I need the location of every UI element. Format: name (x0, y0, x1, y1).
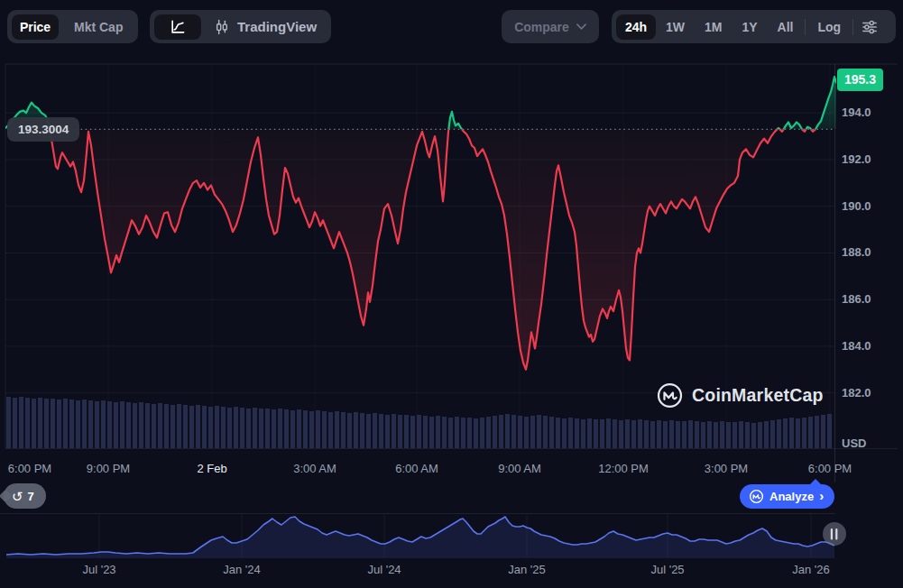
history-clock-icon: ↺ (12, 490, 23, 503)
chevron-right-icon: › (819, 488, 824, 503)
x-axis-label: 6:00 PM (808, 462, 852, 475)
y-axis-label: 194.0 (842, 106, 871, 119)
navigator-axis-label: Jan '26 (792, 563, 830, 576)
navigator-axis-label: Jul '24 (367, 563, 401, 576)
x-axis-label: 9:00 AM (498, 462, 541, 475)
y-axis-unit-label: USD (842, 436, 866, 450)
price-chart-page: Price Mkt Cap TradingView Compare 24h 1W (0, 0, 903, 588)
coinmarketcap-logo-icon (656, 381, 684, 409)
x-axis-label: 12:00 PM (598, 462, 649, 475)
analyze-label: Analyze (769, 490, 814, 503)
history-button[interactable]: ↺ 7 (4, 483, 46, 509)
navigator-axis-label: Jul '25 (650, 563, 684, 576)
y-axis-label: 184.0 (842, 339, 871, 353)
x-axis-label: 6:00 PM (8, 462, 51, 475)
current-price-badge: 195.3 (837, 69, 883, 91)
analyze-button[interactable]: Analyze › (740, 484, 834, 509)
y-axis-label: 192.0 (842, 152, 871, 166)
x-axis-label: 6:00 AM (395, 462, 438, 475)
watermark-text: CoinMarketCap (692, 385, 824, 406)
price-line (5, 77, 836, 370)
navigator-handle[interactable] (823, 522, 846, 546)
y-axis-label: 188.0 (842, 245, 871, 259)
coinmarketcap-logo-icon (749, 489, 764, 504)
navigator-axis-label: Jul '23 (82, 563, 115, 576)
x-axis-label: 2 Feb (197, 462, 226, 475)
navigator-axis-label: Jan '24 (223, 563, 261, 576)
y-axis-label: 186.0 (842, 292, 871, 306)
y-axis-label: 182.0 (842, 386, 871, 400)
navigator-axis-label: Jan '25 (508, 563, 546, 576)
prev-close-price-label: 193.3004 (7, 117, 79, 142)
x-axis-label: 9:00 PM (87, 462, 130, 475)
coinmarketcap-watermark: CoinMarketCap (656, 381, 824, 409)
x-axis-label: 3:00 PM (705, 462, 748, 475)
history-count-badge: 7 (28, 490, 34, 503)
navigator-minichart[interactable] (6, 517, 834, 558)
y-axis-label: 190.0 (842, 199, 871, 213)
x-axis-label: 3:00 AM (293, 462, 336, 475)
